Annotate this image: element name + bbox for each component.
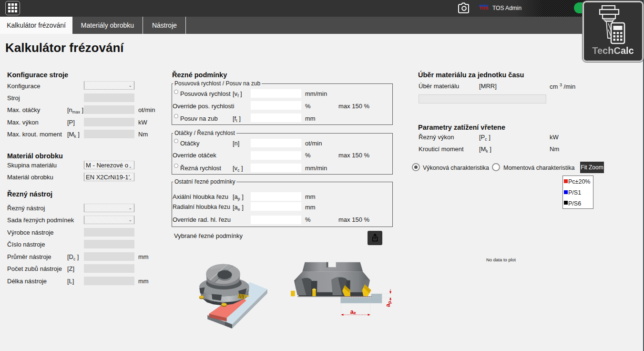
svg-text:ap: ap <box>385 301 392 307</box>
svg-text:ae: ae <box>350 309 356 316</box>
